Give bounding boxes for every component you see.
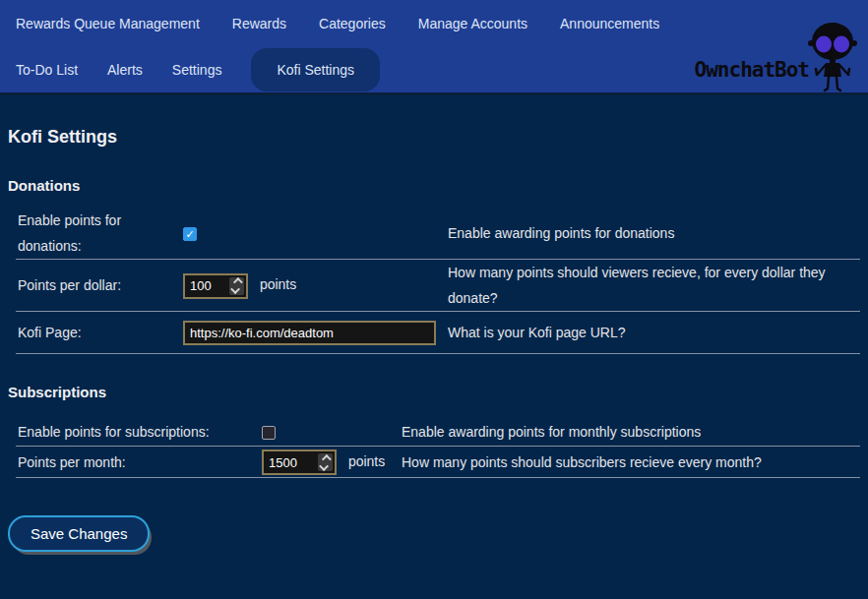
table-row: Points per dollar: points How many point… bbox=[16, 260, 860, 312]
nav-item-announcements[interactable]: Announcements bbox=[560, 16, 659, 31]
kofi-page-label: Kofi Page: bbox=[16, 320, 183, 345]
table-row: Enable points for subscriptions: Enable … bbox=[16, 418, 860, 447]
kofi-page-url-input[interactable] bbox=[183, 321, 436, 345]
enable-donation-points-label: Enable points for donations: bbox=[16, 208, 183, 259]
nav-item-rewards-queue-management[interactable]: Rewards Queue Management bbox=[16, 16, 200, 31]
brand-logo-text: OwnchatBot bbox=[695, 58, 809, 82]
top-navigation: Rewards Queue Management Rewards Categor… bbox=[0, 0, 868, 95]
enable-subscription-points-description: Enable awarding points for monthly subsc… bbox=[402, 419, 860, 445]
kofi-page-description: What is your Kofi page URL? bbox=[448, 320, 860, 345]
main-content: Kofi Settings Donations Enable points fo… bbox=[0, 127, 868, 552]
points-per-dollar-input-wrap bbox=[183, 273, 248, 299]
robot-mascot-icon bbox=[805, 18, 860, 96]
enable-subscription-points-label: Enable points for subscriptions: bbox=[16, 419, 262, 445]
subscriptions-settings-table: Enable points for subscriptions: Enable … bbox=[16, 418, 860, 478]
points-per-dollar-label: Points per dollar: bbox=[16, 272, 183, 298]
nav-item-alerts[interactable]: Alerts bbox=[107, 62, 143, 78]
points-per-month-description: How many points should subscribers recie… bbox=[402, 449, 860, 475]
table-row: Enable points for donations: ✓ Enable aw… bbox=[16, 208, 860, 260]
page-title: Kofi Settings bbox=[8, 127, 860, 148]
donations-settings-table: Enable points for donations: ✓ Enable aw… bbox=[16, 208, 860, 354]
table-row: Points per month: points How many points… bbox=[16, 447, 860, 478]
points-per-month-label: Points per month: bbox=[16, 449, 262, 475]
save-changes-button[interactable]: Save Changes bbox=[8, 515, 150, 552]
enable-subscription-points-checkbox[interactable] bbox=[262, 426, 276, 440]
points-suffix-label: points bbox=[348, 453, 385, 469]
points-suffix-label: points bbox=[260, 276, 296, 292]
points-per-dollar-description: How many points should viewers recieve, … bbox=[448, 260, 860, 311]
donations-section-title: Donations bbox=[8, 177, 860, 194]
number-spinner[interactable] bbox=[318, 453, 333, 471]
nav-item-manage-accounts[interactable]: Manage Accounts bbox=[418, 16, 527, 31]
points-per-month-input[interactable] bbox=[264, 451, 316, 473]
enable-donation-points-description: Enable awarding points for donations bbox=[448, 220, 860, 246]
nav-item-todo-list[interactable]: To-Do List bbox=[16, 62, 78, 78]
nav-item-rewards[interactable]: Rewards bbox=[232, 16, 286, 31]
brand-logo: OwnchatBot bbox=[695, 18, 860, 96]
subscriptions-section-title: Subscriptions bbox=[8, 384, 860, 400]
points-per-month-input-wrap bbox=[262, 449, 337, 475]
number-spinner[interactable] bbox=[229, 277, 244, 295]
nav-item-settings[interactable]: Settings bbox=[172, 62, 222, 78]
points-per-dollar-input[interactable] bbox=[185, 275, 227, 297]
nav-item-categories[interactable]: Categories bbox=[319, 16, 386, 31]
enable-donation-points-checkbox[interactable]: ✓ bbox=[183, 227, 197, 241]
nav-item-kofi-settings-active[interactable]: Kofi Settings bbox=[251, 48, 380, 91]
table-row: Kofi Page: What is your Kofi page URL? bbox=[16, 312, 860, 354]
